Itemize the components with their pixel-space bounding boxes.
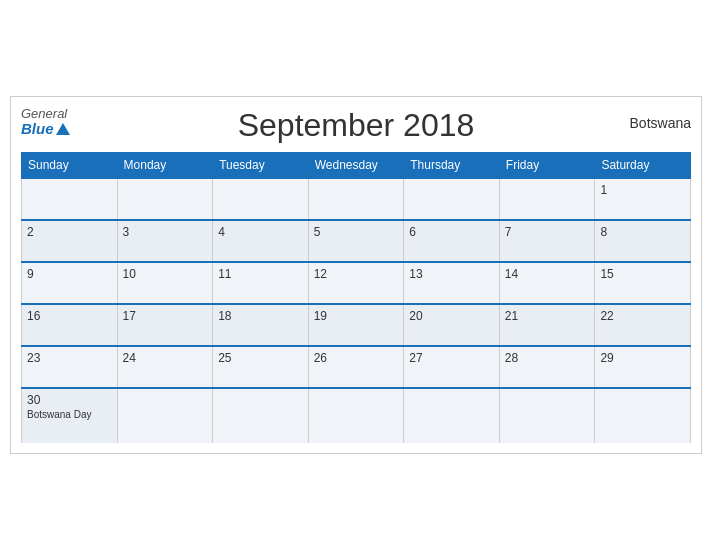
calendar-cell: [404, 178, 500, 220]
logo-triangle-icon: [56, 123, 70, 135]
header-wednesday: Wednesday: [308, 153, 404, 179]
calendar-cell: 28: [499, 346, 595, 388]
calendar-cell: 26: [308, 346, 404, 388]
calendar-week-row: 2345678: [22, 220, 691, 262]
calendar-wrapper: General Blue September 2018 Botswana Sun…: [10, 96, 702, 454]
calendar-week-row: 16171819202122: [22, 304, 691, 346]
calendar-cell: [22, 178, 118, 220]
calendar-cell: 5: [308, 220, 404, 262]
day-number: 12: [314, 267, 327, 281]
calendar-cell: 3: [117, 220, 213, 262]
calendar-cell: 10: [117, 262, 213, 304]
header-saturday: Saturday: [595, 153, 691, 179]
day-number: 9: [27, 267, 34, 281]
country-label: Botswana: [630, 115, 691, 131]
day-number: 3: [123, 225, 130, 239]
day-number: 22: [600, 309, 613, 323]
calendar-cell: 25: [213, 346, 309, 388]
day-number: 17: [123, 309, 136, 323]
days-header-row: Sunday Monday Tuesday Wednesday Thursday…: [22, 153, 691, 179]
calendar-week-row: 9101112131415: [22, 262, 691, 304]
day-number: 16: [27, 309, 40, 323]
day-number: 23: [27, 351, 40, 365]
header-monday: Monday: [117, 153, 213, 179]
day-number: 10: [123, 267, 136, 281]
logo-blue-text: Blue: [21, 121, 54, 138]
calendar-cell: [213, 388, 309, 443]
day-number: 15: [600, 267, 613, 281]
calendar-week-row: 1: [22, 178, 691, 220]
day-number: 25: [218, 351, 231, 365]
day-number: 24: [123, 351, 136, 365]
calendar-cell: [213, 178, 309, 220]
day-number: 5: [314, 225, 321, 239]
calendar-cell: [308, 178, 404, 220]
calendar-cell: 4: [213, 220, 309, 262]
logo-general-text: General: [21, 107, 67, 121]
month-title: September 2018: [238, 107, 475, 144]
day-number: 14: [505, 267, 518, 281]
calendar-cell: 13: [404, 262, 500, 304]
calendar-cell: [499, 178, 595, 220]
day-number: 28: [505, 351, 518, 365]
calendar-cell: 12: [308, 262, 404, 304]
calendar-cell: 21: [499, 304, 595, 346]
calendar-week-row: 23242526272829: [22, 346, 691, 388]
day-number: 7: [505, 225, 512, 239]
day-number: 2: [27, 225, 34, 239]
day-number: 8: [600, 225, 607, 239]
day-number: 29: [600, 351, 613, 365]
calendar-cell: [308, 388, 404, 443]
day-number: 6: [409, 225, 416, 239]
day-number: 30: [27, 393, 40, 407]
header-friday: Friday: [499, 153, 595, 179]
day-number: 4: [218, 225, 225, 239]
calendar-cell: [117, 388, 213, 443]
calendar-cell: 15: [595, 262, 691, 304]
calendar-cell: 7: [499, 220, 595, 262]
day-number: 21: [505, 309, 518, 323]
calendar-cell: 24: [117, 346, 213, 388]
calendar-cell: 27: [404, 346, 500, 388]
calendar-cell: 19: [308, 304, 404, 346]
calendar-cell: 16: [22, 304, 118, 346]
calendar-cell: 20: [404, 304, 500, 346]
calendar-cell: [404, 388, 500, 443]
calendar-cell: 2: [22, 220, 118, 262]
event-label: Botswana Day: [27, 409, 91, 420]
calendar-cell: [499, 388, 595, 443]
logo: General Blue: [21, 107, 70, 138]
day-number: 18: [218, 309, 231, 323]
day-number: 20: [409, 309, 422, 323]
calendar-cell: 1: [595, 178, 691, 220]
header-tuesday: Tuesday: [213, 153, 309, 179]
calendar-cell: 22: [595, 304, 691, 346]
day-number: 1: [600, 183, 607, 197]
calendar-cell: [117, 178, 213, 220]
calendar-cell: 14: [499, 262, 595, 304]
calendar-cell: [595, 388, 691, 443]
day-number: 13: [409, 267, 422, 281]
day-number: 11: [218, 267, 231, 281]
calendar-week-row: 30Botswana Day: [22, 388, 691, 443]
day-number: 27: [409, 351, 422, 365]
calendar-cell: 18: [213, 304, 309, 346]
calendar-cell: 8: [595, 220, 691, 262]
calendar-cell: 17: [117, 304, 213, 346]
day-number: 26: [314, 351, 327, 365]
calendar-cell: 30Botswana Day: [22, 388, 118, 443]
header-thursday: Thursday: [404, 153, 500, 179]
calendar-cell: 9: [22, 262, 118, 304]
calendar-cell: 29: [595, 346, 691, 388]
calendar-cell: 11: [213, 262, 309, 304]
calendar-cell: 23: [22, 346, 118, 388]
day-number: 19: [314, 309, 327, 323]
calendar-header: General Blue September 2018 Botswana: [21, 107, 691, 144]
calendar-table: Sunday Monday Tuesday Wednesday Thursday…: [21, 152, 691, 443]
calendar-cell: 6: [404, 220, 500, 262]
header-sunday: Sunday: [22, 153, 118, 179]
